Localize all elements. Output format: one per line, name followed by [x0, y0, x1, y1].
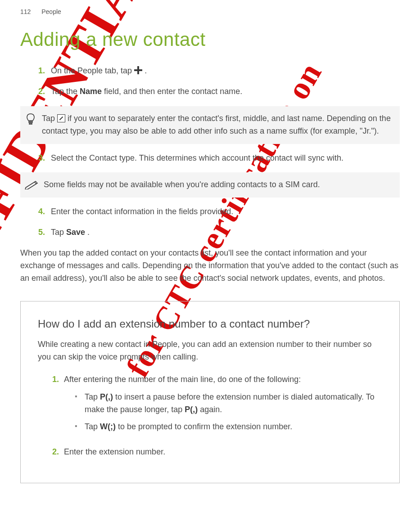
bullet-marker: ▪ [75, 391, 85, 416]
bullet-text: Tap P(,) to insert a pause before the ex… [85, 391, 382, 416]
step-number: 3. [38, 152, 51, 165]
box-step-1: 1. After entering the number of the main… [52, 373, 382, 438]
bullet-marker: ▪ [75, 421, 85, 433]
text: Tap [85, 392, 100, 401]
bullet-item: ▪ Tap P(,) to insert a pause before the … [75, 391, 382, 416]
text: if you want to separately enter the cont… [42, 114, 391, 135]
step-text: Select the Contact type. This determines… [51, 152, 343, 165]
box-heading: How do I add an extension number to a co… [38, 318, 382, 330]
step-number: 1. [52, 373, 64, 438]
step-number: 2. [52, 446, 64, 459]
text: again. [200, 405, 222, 414]
info-box: How do I add an extension number to a co… [20, 301, 400, 483]
box-step-2: 2. Enter the extension number. [52, 446, 382, 459]
bold-text: W(;) [100, 422, 116, 431]
plus-icon [134, 66, 142, 74]
step-text: Tap Save . [51, 226, 90, 239]
step-number: 4. [38, 206, 51, 218]
step-list-1: 1. On the People tab, tap . 2. Tap the N… [38, 65, 400, 98]
step-2: 2. Tap the Name field, and then enter th… [38, 85, 400, 98]
text: Tap [42, 114, 57, 123]
step-4: 4. Enter the contact information in the … [38, 206, 400, 218]
bold-text: P(,) [185, 405, 198, 414]
text: field, and then enter the contact name. [104, 87, 242, 96]
lightbulb-icon [25, 112, 36, 125]
paragraph: When you tap the added contact on your c… [20, 247, 400, 285]
step-number: 2. [38, 85, 51, 98]
bold-text: Name [80, 87, 102, 96]
box-step-list: 1. After entering the number of the main… [52, 373, 382, 459]
edit-icon [57, 114, 65, 122]
bullet-list: ▪ Tap P(,) to insert a pause before the … [75, 391, 382, 433]
step-1: 1. On the People tab, tap . [38, 65, 400, 77]
text: After entering the number of the main li… [64, 375, 301, 384]
step-text: Enter the contact information in the fie… [51, 206, 233, 218]
document-page: 112 People Adding a new contact 1. On th… [0, 0, 420, 501]
step-text: Tap the Name field, and then enter the c… [51, 85, 242, 98]
step-list-2: 3. Select the Contact type. This determi… [38, 152, 400, 165]
note-callout: Some fields may not be available when yo… [20, 172, 400, 198]
text: to be prompted to confirm the extension … [118, 422, 292, 431]
step-text: After entering the number of the main li… [64, 373, 382, 438]
text: . [145, 66, 147, 75]
step-text: On the People tab, tap . [51, 65, 147, 77]
text: Tap the [51, 87, 80, 96]
text: Tap [51, 228, 66, 237]
bold-text: Save [66, 228, 85, 237]
page-number: 112 [20, 8, 31, 15]
step-number: 5. [38, 226, 51, 239]
callout-text: Some fields may not be available when yo… [44, 179, 320, 191]
callout-text: Tap if you want to separately enter the … [42, 112, 392, 138]
text: Tap [85, 422, 100, 431]
bold-text: P(,) [100, 392, 113, 401]
step-text: Enter the extension number. [64, 446, 165, 459]
step-list-3: 4. Enter the contact information in the … [38, 206, 400, 239]
text: . [87, 228, 90, 237]
page-title: Adding a new contact [20, 29, 400, 50]
step-5: 5. Tap Save . [38, 226, 400, 239]
section-label: People [41, 8, 61, 15]
step-number: 1. [38, 65, 51, 77]
box-paragraph: While creating a new contact in People, … [38, 338, 382, 364]
pencil-icon [25, 179, 38, 189]
step-3: 3. Select the Contact type. This determi… [38, 152, 400, 165]
text: to insert a pause before the extension n… [85, 392, 375, 414]
tip-callout: Tap if you want to separately enter the … [20, 106, 400, 144]
bullet-item: ▪ Tap W(;) to be prompted to confirm the… [75, 421, 382, 433]
page-header: 112 People [20, 8, 400, 15]
bullet-text: Tap W(;) to be prompted to confirm the e… [85, 421, 292, 433]
text: On the People tab, tap [51, 66, 134, 75]
